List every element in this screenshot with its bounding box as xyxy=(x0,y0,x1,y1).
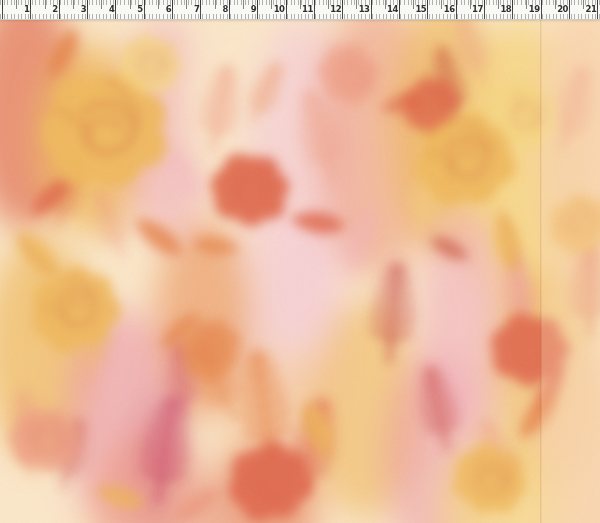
ruler-number: 16 xyxy=(441,0,455,19)
ruler-number: 17 xyxy=(469,0,483,19)
ruler-number: 18 xyxy=(497,0,511,19)
ruler-number: 21 xyxy=(582,0,596,19)
ruler-number: 10 xyxy=(271,0,285,19)
ruler: 123456789101112131415161718192021 xyxy=(0,0,600,20)
ruler-number: 19 xyxy=(526,0,540,19)
ruler-number: 14 xyxy=(384,0,398,19)
ruler-number: 7 xyxy=(185,0,199,19)
ruler-number: 5 xyxy=(129,0,143,19)
ruler-number: 1 xyxy=(15,0,29,19)
ruler-number: 15 xyxy=(412,0,426,19)
ruler-number: 3 xyxy=(72,0,86,19)
ruler-number: 2 xyxy=(44,0,58,19)
fabric-texture xyxy=(0,19,600,523)
ruler-number: 4 xyxy=(100,0,114,19)
fabric-swatch-photo: 123456789101112131415161718192021 xyxy=(0,0,600,523)
ruler-number: 6 xyxy=(157,0,171,19)
ruler-number: 8 xyxy=(214,0,228,19)
ruler-number: 20 xyxy=(554,0,568,19)
fabric-pattern xyxy=(0,19,600,523)
ruler-number: 11 xyxy=(299,0,313,19)
ruler-number: 9 xyxy=(242,0,256,19)
ruler-number: 12 xyxy=(327,0,341,19)
ruler-number: 13 xyxy=(356,0,370,19)
ruler-numbers: 123456789101112131415161718192021 xyxy=(0,0,600,19)
